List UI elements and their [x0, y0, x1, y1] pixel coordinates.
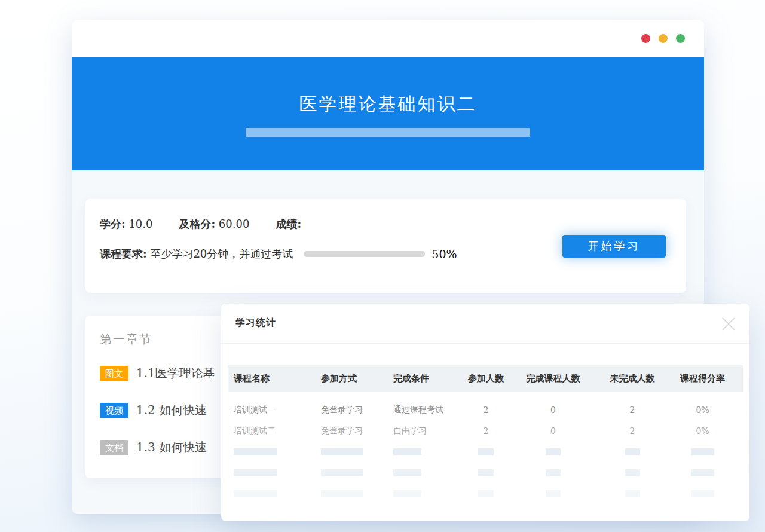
close-window-icon[interactable]	[641, 34, 650, 43]
chapter-item-label: 1.1医学理论基	[136, 365, 215, 381]
image-text-badge: 图文	[100, 366, 128, 381]
skeleton-row	[228, 462, 743, 483]
col-uncompleted: 未完成人数	[596, 373, 668, 384]
chapter-item-label: 1.3 如何快速	[136, 439, 207, 455]
chapter-item-label: 1.2 如何快速	[136, 402, 207, 418]
banner-underline	[246, 128, 530, 137]
video-badge: 视频	[100, 403, 128, 418]
maximize-window-icon[interactable]	[676, 34, 685, 43]
modal-header: 学习统计	[221, 304, 749, 344]
progress-percent: 50%	[432, 247, 457, 261]
col-join-method: 参加方式	[321, 373, 393, 384]
stats-table: 课程名称 参加方式 完成条件 参加人数 完成课程人数 未完成人数 课程得分率 培…	[228, 365, 743, 504]
col-completed: 完成课程人数	[510, 373, 596, 384]
requirement-text: 课程要求: 至少学习20分钟，并通过考试	[100, 247, 293, 261]
skeleton-row	[228, 441, 743, 462]
credit-stat: 学分: 10.0	[100, 217, 152, 231]
traffic-lights	[641, 34, 685, 43]
col-course-name: 课程名称	[234, 373, 321, 384]
skeleton-row	[228, 483, 743, 504]
close-icon[interactable]	[720, 315, 738, 333]
course-banner: 医学理论基础知识二	[72, 57, 704, 170]
page-background: 医学理论基础知识二 学分: 10.0 及格分: 60.00 成绩: 课程要求: …	[0, 0, 765, 532]
minimize-window-icon[interactable]	[659, 34, 668, 43]
document-badge: 文档	[100, 440, 128, 455]
learning-stats-modal: 学习统计 课程名称 参加方式 完成条件 参加人数 完成课程人数 未完成人数 课程…	[221, 304, 749, 521]
col-finish-cond: 完成条件	[393, 373, 462, 384]
col-participants: 参加人数	[462, 373, 510, 384]
col-score-rate: 课程得分率	[668, 373, 737, 384]
progress-bar	[304, 251, 425, 257]
pass-score-value: 60.00	[219, 218, 250, 230]
table-header-row: 课程名称 参加方式 完成条件 参加人数 完成课程人数 未完成人数 课程得分率	[228, 365, 743, 392]
score-stat: 成绩:	[276, 217, 301, 231]
modal-title: 学习统计	[235, 317, 735, 329]
table-row: 培训测试二 免登录学习 自由学习 2 0 2 0%	[228, 420, 743, 441]
credit-value: 10.0	[128, 218, 152, 230]
course-stats-row: 学分: 10.0 及格分: 60.00 成绩:	[100, 217, 672, 231]
course-info-card: 学分: 10.0 及格分: 60.00 成绩: 课程要求: 至少学习20分钟，并…	[85, 199, 686, 293]
pass-score-stat: 及格分: 60.00	[179, 217, 249, 231]
start-learning-button[interactable]: 开始学习	[562, 235, 666, 258]
window-titlebar	[72, 20, 704, 57]
table-row: 培训测试一 免登录学习 通过课程考试 2 0 2 0%	[228, 399, 743, 420]
course-title: 医学理论基础知识二	[299, 92, 477, 117]
